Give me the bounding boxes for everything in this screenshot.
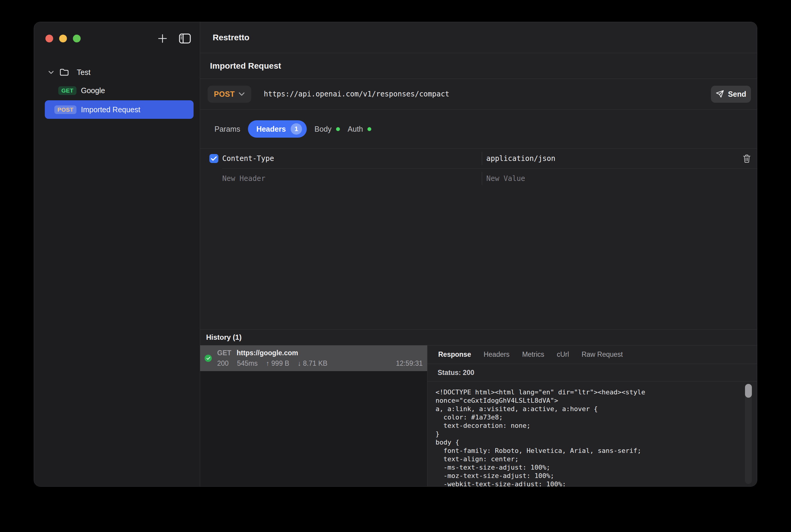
tab-auth-label: Auth: [348, 125, 363, 133]
check-icon: [211, 156, 217, 161]
chevron-down-icon: [238, 92, 245, 96]
folder-row-test[interactable]: Test: [34, 64, 194, 81]
history-bytes-sent: ↑ 999 B: [266, 359, 289, 367]
method-badge-get: GET: [58, 86, 76, 95]
app-window: Test GET Google POST Imported Request Re…: [34, 22, 757, 487]
url-input[interactable]: https://api.openai.com/v1/responses/comp…: [264, 90, 711, 98]
response-status-row: Status: 200: [427, 364, 757, 382]
sidebar-item-label: Imported Request: [81, 106, 141, 114]
traffic-lights: [45, 35, 81, 42]
paper-plane-icon: [716, 90, 724, 98]
sidebar-titlebar: [34, 22, 200, 55]
tab-headers-label: Headers: [256, 125, 286, 133]
history-title: History (1): [206, 333, 242, 342]
sidebar-item-imported-request[interactable]: POST Imported Request: [45, 100, 194, 119]
header-name-input[interactable]: Content-Type: [222, 154, 482, 163]
history-status: 200: [217, 359, 228, 367]
response-scrollbar[interactable]: [745, 384, 752, 484]
folder-icon: [59, 68, 69, 76]
response-tabs: Response Headers Metrics cUrl Raw Reques…: [427, 345, 757, 364]
tab-raw-request[interactable]: Raw Request: [582, 350, 623, 359]
response-body[interactable]: <!DOCTYPE html><html lang="en" dir="ltr"…: [427, 382, 757, 486]
tab-params[interactable]: Params: [215, 125, 240, 133]
tab-body[interactable]: Body: [315, 125, 340, 133]
method-badge-post: POST: [54, 106, 76, 114]
headers-count-badge: 1: [291, 123, 302, 135]
scrollbar-thumb[interactable]: [745, 384, 752, 398]
new-header-value-input[interactable]: New Value: [482, 174, 737, 183]
header-row: Content-Type application/json: [200, 149, 757, 168]
method-dropdown[interactable]: POST: [208, 86, 251, 103]
main-titlebar: Restretto: [200, 22, 757, 53]
tab-response[interactable]: Response: [438, 350, 471, 359]
auth-filled-dot: [367, 127, 371, 131]
delete-header-button[interactable]: [737, 154, 757, 163]
history-section-header: History (1): [200, 329, 757, 345]
success-check-icon: [205, 355, 212, 362]
zoom-window-button[interactable]: [73, 35, 81, 42]
history-list: GET https://google.com 200 545ms ↑ 999 B…: [200, 345, 427, 486]
collection-tree: Test GET Google POST Imported Request: [34, 55, 200, 119]
tab-metrics[interactable]: Metrics: [522, 350, 544, 359]
history-method: GET: [217, 349, 231, 357]
add-request-button[interactable]: [158, 34, 168, 43]
response-body-text: <!DOCTYPE html><html lang="en" dir="ltr"…: [436, 388, 736, 486]
minimize-window-button[interactable]: [59, 35, 67, 42]
send-button-label: Send: [728, 90, 746, 98]
response-panel: Response Headers Metrics cUrl Raw Reques…: [427, 345, 757, 486]
body-filled-dot: [336, 127, 340, 131]
header-enabled-checkbox[interactable]: [209, 154, 218, 163]
plus-icon: [158, 34, 168, 43]
response-status: Status: 200: [438, 369, 474, 377]
send-button[interactable]: Send: [711, 86, 751, 103]
history-bytes-received: ↓ 8.71 KB: [297, 359, 327, 367]
folder-label: Test: [77, 68, 91, 77]
sidebar-item-google[interactable]: GET Google: [45, 81, 194, 100]
sidebar-item-label: Google: [81, 86, 105, 95]
tab-response-headers[interactable]: Headers: [484, 350, 510, 359]
new-header-row: New Header New Value: [200, 169, 757, 188]
tab-auth[interactable]: Auth: [348, 125, 371, 133]
request-header: Imported Request: [200, 53, 757, 79]
trash-icon: [743, 154, 751, 163]
chevron-down-icon[interactable]: [48, 70, 54, 74]
tab-body-label: Body: [315, 125, 332, 133]
request-bar: POST https://api.openai.com/v1/responses…: [200, 79, 757, 110]
sidebar: Test GET Google POST Imported Request: [34, 22, 200, 486]
close-window-button[interactable]: [45, 35, 53, 42]
method-dropdown-label: POST: [214, 90, 235, 98]
tab-curl[interactable]: cUrl: [557, 350, 569, 359]
sidebar-toggle-icon: [179, 34, 191, 43]
tab-headers[interactable]: Headers 1: [248, 120, 307, 138]
history-item[interactable]: GET https://google.com 200 545ms ↑ 999 B…: [200, 345, 427, 371]
app-title: Restretto: [213, 33, 250, 42]
history-url: https://google.com: [237, 349, 298, 357]
toggle-sidebar-button[interactable]: [179, 34, 191, 43]
new-header-name-input[interactable]: New Header: [222, 174, 482, 183]
request-tabs: Params Headers 1 Body Auth: [200, 110, 757, 149]
request-title: Imported Request: [210, 61, 281, 71]
header-value-input[interactable]: application/json: [482, 154, 737, 163]
main-panel: Restretto Imported Request POST https://…: [200, 22, 757, 486]
history-timestamp: 12:59:31: [396, 359, 423, 367]
history-duration: 545ms: [237, 359, 257, 367]
